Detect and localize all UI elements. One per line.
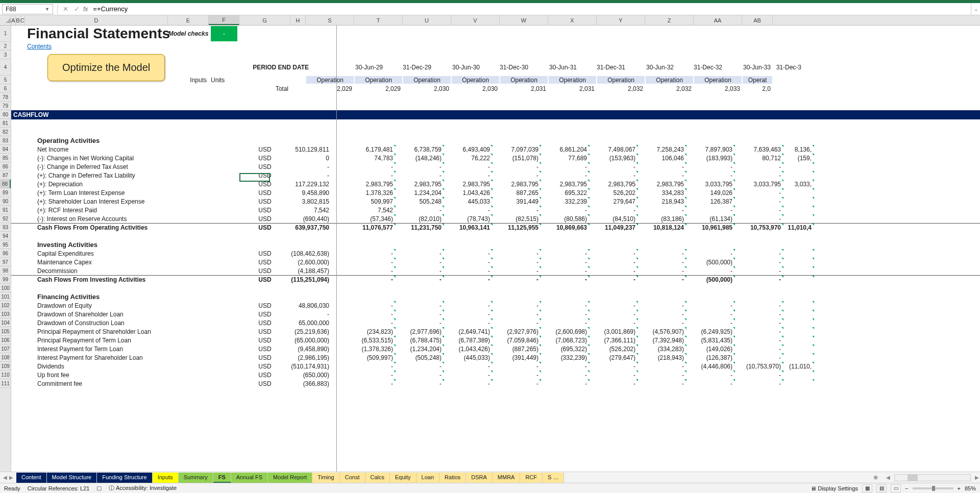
tab-scroll-right-icon[interactable]: ▶ [974, 475, 980, 480]
sheet-tab-calcs[interactable]: Calcs [365, 473, 390, 483]
column-header-AA[interactable]: AA [694, 15, 742, 25]
sheet-tab-ratios[interactable]: Ratios [439, 473, 466, 483]
horizontal-scrollbar[interactable] [894, 474, 971, 481]
display-settings[interactable]: 🖥 Display Settings [811, 485, 858, 491]
sheet-tab-equity[interactable]: Equity [390, 473, 416, 483]
column-header-U[interactable]: U [403, 15, 451, 25]
column-header-E[interactable]: E [168, 15, 209, 25]
accessibility-status[interactable]: ⓘ Accessibility: Investigate [109, 484, 177, 492]
column-header-A[interactable]: A [11, 15, 16, 25]
view-page-break-icon[interactable]: ▭ [891, 484, 901, 492]
row-header-82[interactable]: 82 [0, 128, 11, 136]
macro-record-icon[interactable]: ▢ [96, 485, 102, 491]
sheet-tab-funding-structure[interactable]: Funding Structure [97, 473, 152, 483]
tab-prev-icon[interactable]: ◀ [3, 475, 7, 480]
row-header-81[interactable]: 81 [0, 119, 11, 128]
row-header-1[interactable]: 1 [0, 26, 11, 42]
row-header-110[interactable]: 110 [0, 371, 11, 379]
row-header-83[interactable]: 83 [0, 136, 11, 145]
column-header-C[interactable]: C [20, 15, 25, 25]
row-header-98[interactable]: 98 [0, 266, 11, 275]
row-header-5[interactable]: 5 [0, 76, 11, 84]
column-header-S[interactable]: S [306, 15, 354, 25]
row-header-3[interactable]: 3 [0, 51, 11, 59]
tab-next-icon[interactable]: ▶ [9, 475, 13, 480]
row-header-104[interactable]: 104 [0, 318, 11, 327]
row-header-97[interactable]: 97 [0, 258, 11, 266]
view-page-layout-icon[interactable]: ▤ [876, 484, 887, 492]
row-header-84[interactable]: 84 [0, 145, 11, 154]
column-header-B[interactable]: B [16, 15, 20, 25]
zoom-thumb[interactable] [932, 486, 935, 491]
chevron-down-icon[interactable]: ▼ [45, 7, 50, 12]
sheet-tab-inputs[interactable]: Inputs [153, 473, 179, 483]
sheet-tab-model-report[interactable]: Model Report [268, 473, 312, 483]
expand-formula-icon[interactable]: ⌄ [971, 3, 980, 15]
row-header-91[interactable]: 91 [0, 206, 11, 214]
sheet-tab-timing[interactable]: Timing [312, 473, 340, 483]
row-header-109[interactable]: 109 [0, 362, 11, 371]
confirm-icon[interactable]: ✓ [71, 5, 82, 13]
row-header-106[interactable]: 106 [0, 336, 11, 344]
row-header-95[interactable]: 95 [0, 240, 11, 249]
row-header-107[interactable]: 107 [0, 344, 11, 353]
column-header-T[interactable]: T [354, 15, 403, 25]
column-header-AB[interactable]: AB [742, 15, 773, 25]
column-header-V[interactable]: V [451, 15, 500, 25]
sheet-tab-model-structure[interactable]: Model Structure [47, 473, 97, 483]
row-header-93[interactable]: 93 [0, 223, 11, 232]
row-header-2[interactable]: 2 [0, 42, 11, 51]
name-box[interactable]: F88 ▼ [2, 4, 53, 14]
status-circular-ref[interactable]: Circular References: L21 [28, 485, 90, 491]
row-header-99[interactable]: 99 [0, 275, 11, 284]
zoom-in-icon[interactable]: + [958, 485, 961, 491]
sheet-tab-loan[interactable]: Loan [416, 473, 439, 483]
row-header-102[interactable]: 102 [0, 301, 11, 310]
row-header-92[interactable]: 92 [0, 214, 11, 223]
zoom-slider[interactable] [913, 487, 953, 489]
row-header-78[interactable]: 78 [0, 93, 11, 102]
column-header-F[interactable]: F [209, 15, 239, 25]
sheet-tab-mmra[interactable]: MMRA [493, 473, 521, 483]
contents-link[interactable]: Contents [27, 43, 52, 50]
sheet-tab-annual-fs[interactable]: Annual FS [231, 473, 268, 483]
row-header-88[interactable]: 88 [0, 180, 11, 188]
sheet-tab-s-[interactable]: S … [543, 473, 564, 483]
row-header-79[interactable]: 79 [0, 102, 11, 110]
row-header-6[interactable]: 6 [0, 84, 11, 93]
sheet-tab-summary[interactable]: Summary [179, 473, 213, 483]
column-header-G[interactable]: G [239, 15, 290, 25]
sheet-tab-const[interactable]: Const [340, 473, 365, 483]
zoom-out-icon[interactable]: − [905, 485, 908, 491]
row-header-111[interactable]: 111 [0, 379, 11, 388]
column-header-H[interactable]: H [290, 15, 306, 25]
row-header-80[interactable]: 80 [0, 110, 11, 119]
cancel-icon[interactable]: ✕ [60, 5, 71, 13]
row-header-96[interactable]: 96 [0, 249, 11, 258]
row-header-100[interactable]: 100 [0, 284, 11, 292]
column-header-D[interactable]: D [25, 15, 168, 25]
scrollbar-thumb[interactable] [908, 475, 918, 481]
row-header-108[interactable]: 108 [0, 353, 11, 362]
fx-icon[interactable]: fx [83, 6, 88, 13]
formula-input[interactable] [91, 4, 971, 14]
sheet-tab-rcf[interactable]: RCF [520, 473, 543, 483]
sheet-tab-content[interactable]: Content [16, 473, 47, 483]
row-header-85[interactable]: 85 [0, 154, 11, 162]
zoom-level[interactable]: 85% [965, 485, 976, 491]
column-header-W[interactable]: W [500, 15, 548, 25]
row-header-4[interactable]: 4 [0, 59, 11, 76]
row-header-101[interactable]: 101 [0, 292, 11, 301]
row-header-89[interactable]: 89 [0, 188, 11, 197]
row-header-105[interactable]: 105 [0, 327, 11, 336]
select-all-corner[interactable] [0, 15, 11, 25]
add-sheet-icon[interactable]: ⊕ [869, 473, 882, 482]
row-header-94[interactable]: 94 [0, 232, 11, 240]
worksheet-grid[interactable]: Financial StatementsModel checks-Content… [11, 26, 980, 472]
sheet-tab-fs[interactable]: FS [213, 473, 231, 483]
view-normal-icon[interactable]: ▦ [862, 484, 872, 492]
tab-scroll-left-icon[interactable]: ◀ [885, 475, 891, 480]
column-header-X[interactable]: X [548, 15, 597, 25]
column-header-Y[interactable]: Y [597, 15, 645, 25]
row-header-90[interactable]: 90 [0, 197, 11, 206]
